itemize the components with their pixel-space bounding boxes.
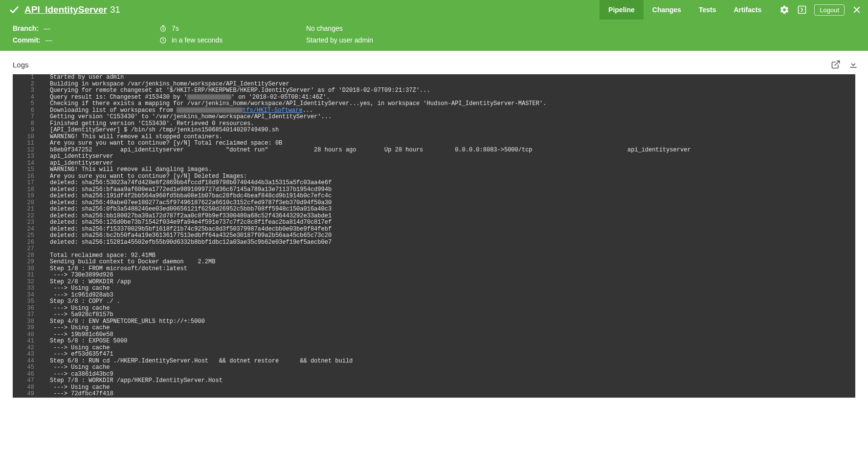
log-line-number: 23	[13, 219, 40, 226]
log-line-number: 18	[13, 187, 40, 193]
log-line-content: ---> ca3861d43bc9	[40, 371, 855, 378]
log-line-number: 1	[13, 74, 40, 81]
log-line-content: Querying for remote changeset at '$/HKIT…	[40, 87, 855, 94]
log-line: 25deleted: sha256:bc2b50fa4a19e361361775…	[13, 233, 855, 239]
log-line: 16Are you sure you want to continue? [y/…	[13, 173, 855, 180]
log-line-content: deleted: sha256:53023a74fd428e8f2869bb4f…	[40, 180, 855, 187]
log-line-number: 41	[13, 338, 40, 345]
log-line-content: deleted: sha256:15281a45502efb55b90d6332…	[40, 239, 855, 246]
log-line-content: Step 7/8 : WORKDIR /app/HKERP.IdentitySe…	[40, 378, 855, 384]
log-line-number: 35	[13, 298, 40, 305]
log-line-content: Step 5/8 : EXPOSE 5000	[40, 338, 855, 345]
log-line-content: Query result is: Changeset #153430 by ''…	[40, 94, 855, 101]
go-to-classic-icon[interactable]	[797, 4, 807, 15]
log-line-content: Getting version 'C153430' to '/var/jenki…	[40, 114, 855, 121]
log-line: 34 ---> 1c961d928ab3	[13, 292, 855, 299]
log-line-number: 11	[13, 140, 40, 147]
svg-rect-0	[799, 6, 806, 14]
log-line-number: 46	[13, 371, 40, 378]
started-by-value: Started by user admin	[306, 36, 373, 44]
log-line: 15WARNING! This will remove all dangling…	[13, 167, 855, 173]
log-line-number: 24	[13, 226, 40, 233]
log-line-number: 49	[13, 391, 40, 398]
log-line: 14api_identityserver	[13, 160, 855, 167]
log-line: 4Query result is: Changeset #153430 by '…	[13, 94, 855, 101]
log-line-content: WARNING! This will remove all stopped co…	[40, 134, 855, 141]
log-line: 36 ---> Using cache	[13, 305, 855, 312]
tab-changes[interactable]: Changes	[644, 0, 690, 20]
log-line-number: 14	[13, 160, 40, 167]
run-number: 31	[110, 4, 120, 15]
logs-title: Logs	[13, 61, 29, 69]
log-line: 5Checking if there exists a mapping for …	[13, 101, 855, 107]
log-line-content: Step 2/8 : WORKDIR /app	[40, 279, 855, 286]
started-ago-value: in a few seconds	[172, 36, 223, 44]
log-line-number: 38	[13, 319, 40, 325]
gear-icon[interactable]	[779, 4, 790, 15]
log-line-content: ---> Using cache	[40, 325, 855, 332]
log-line: 41Step 5/8 : EXPOSE 5000	[13, 338, 855, 345]
log-line-content: b8eb0f347252 api_identityserver "dotnet …	[40, 147, 855, 154]
log-line-content: ---> Using cache	[40, 384, 855, 391]
log-line-content: api_identityserver	[40, 160, 855, 167]
log-line-number: 29	[13, 259, 40, 266]
log-line-number: 39	[13, 325, 40, 332]
log-line-content: ---> 730e3899d926	[40, 272, 855, 279]
log-line-content: ---> 5a928cf8157b	[40, 312, 855, 319]
log-line-content: deleted: sha256:bc2b50fa4a19e36136177513…	[40, 233, 855, 239]
log-line: 22deleted: sha256:bb180027ba39a172d787f2…	[13, 213, 855, 220]
log-link[interactable]: tfs/HKIT-Software	[243, 107, 302, 114]
log-line-content: Step 4/8 : ENV ASPNETCORE_URLS http://+:…	[40, 319, 855, 325]
log-line: 44Step 6/8 : RUN cd ./HKERP.IdentityServ…	[13, 358, 855, 365]
log-line-content: Total reclaimed space: 92.41MB	[40, 253, 855, 259]
log-line: 17deleted: sha256:53023a74fd428e8f2869bb…	[13, 180, 855, 187]
log-line-content: Downloading list of workspaces from tfs/…	[40, 107, 855, 114]
close-icon[interactable]	[851, 4, 862, 15]
log-console[interactable]: 1Started by user admin2Building in works…	[13, 74, 855, 398]
log-line: 48 ---> Using cache	[13, 384, 855, 391]
log-line-number: 28	[13, 253, 40, 259]
svg-rect-6	[850, 67, 856, 68]
tab-artifacts[interactable]: Artifacts	[725, 0, 770, 20]
log-line: 10WARNING! This will remove all stopped …	[13, 134, 855, 141]
commit-value: —	[45, 36, 52, 44]
log-line-content: Are you sure you want to continue? [y/N]…	[40, 173, 855, 180]
log-line-number: 10	[13, 134, 40, 141]
log-line: 24deleted: sha256:f153370029b5bf1618f21b…	[13, 226, 855, 233]
pipeline-title-link[interactable]: API_IdentityServer	[24, 4, 107, 15]
log-line-number: 19	[13, 193, 40, 200]
redacted-text	[187, 94, 231, 100]
log-line-content: Finished getting version 'C153430'. Retr…	[40, 121, 855, 128]
download-icon[interactable]	[848, 60, 858, 69]
log-line: 29Sending build context to Docker daemon…	[13, 259, 855, 266]
log-line-content: ---> 1c961d928ab3	[40, 292, 855, 299]
log-line-content: deleted: sha256:f153370029b5bf1618f21b74…	[40, 226, 855, 233]
log-line: 12b8eb0f347252 api_identityserver "dotne…	[13, 147, 855, 154]
log-line-content: Step 1/8 : FROM microsoft/dotnet:latest	[40, 266, 855, 273]
log-line: 20deleted: sha256:49abe07ee180277ac5f974…	[13, 200, 855, 207]
tab-tests[interactable]: Tests	[690, 0, 725, 20]
log-line-content: deleted: sha256:bfaaa9af600ea1772ed1e989…	[40, 187, 855, 193]
log-line-number: 22	[13, 213, 40, 220]
log-line-number: 12	[13, 147, 40, 154]
branch-value: —	[44, 24, 50, 32]
log-line-number: 48	[13, 384, 40, 391]
log-line-content: ---> 19b981c60e58	[40, 332, 855, 339]
changes-value: No changes	[306, 24, 343, 32]
log-line-number: 45	[13, 364, 40, 371]
log-line-content: WARNING! This will remove all dangling i…	[40, 167, 855, 173]
log-line-content: Step 3/8 : COPY ./ .	[40, 298, 855, 305]
duration-value: 7s	[172, 24, 179, 32]
log-line-number: 33	[13, 285, 40, 292]
redacted-text	[177, 107, 243, 113]
log-line-content: deleted: sha256:bb180027ba39a172d787f2aa…	[40, 213, 855, 220]
logout-button[interactable]: Logout	[814, 4, 845, 16]
tab-pipeline[interactable]: Pipeline	[600, 0, 644, 20]
log-line: 42 ---> Using cache	[13, 345, 855, 352]
log-line-number: 16	[13, 173, 40, 180]
open-external-icon[interactable]	[831, 60, 841, 69]
log-line-number: 30	[13, 266, 40, 273]
log-line: 31 ---> 730e3899d926	[13, 272, 855, 279]
log-line-content: Building in workspace /var/jenkins_home/…	[40, 81, 855, 88]
log-line-number: 31	[13, 272, 40, 279]
